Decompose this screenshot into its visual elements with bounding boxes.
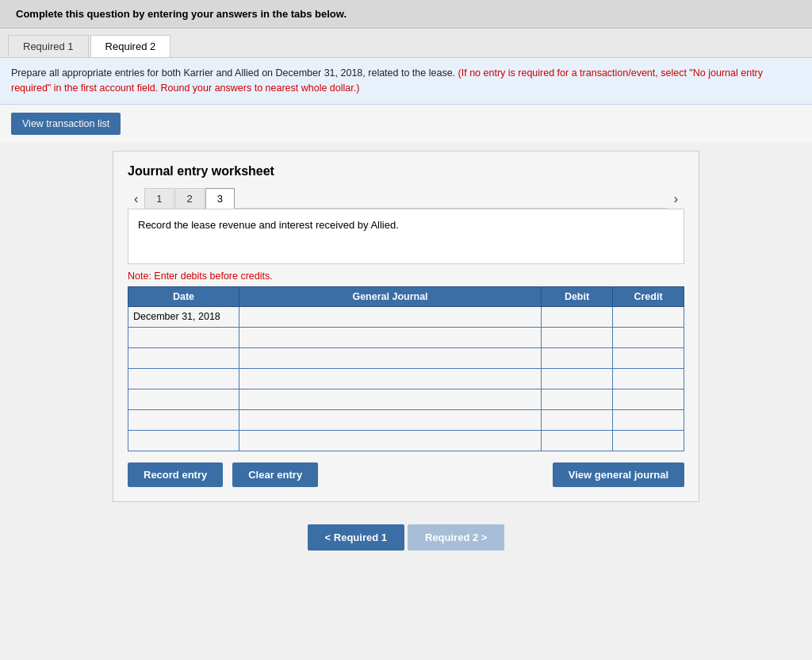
row-3-date	[128, 368, 239, 389]
row-5-debit-input[interactable]	[542, 410, 612, 430]
col-header-journal: General Journal	[239, 286, 542, 306]
row-1-credit[interactable]	[613, 327, 684, 347]
row-2-debit[interactable]	[542, 347, 613, 368]
row-4-date	[128, 389, 239, 409]
content-area: Prepare all appropriate entries for both…	[0, 58, 812, 660]
row-2-journal[interactable]	[239, 347, 542, 368]
col-header-debit: Debit	[542, 286, 613, 306]
row-1-journal[interactable]	[239, 327, 542, 347]
instruction-text: Complete this question by entering your …	[16, 8, 347, 20]
row-1-debit[interactable]	[542, 327, 613, 347]
row-0-journal[interactable]	[239, 306, 542, 327]
row-6-credit-input[interactable]	[613, 431, 684, 451]
ws-tab-1[interactable]: 1	[144, 188, 174, 209]
col-header-credit: Credit	[613, 286, 684, 306]
row-4-journal[interactable]	[239, 389, 542, 409]
prev-tab-button[interactable]: ‹	[128, 190, 144, 209]
description-box: Record the lease revenue and interest re…	[128, 209, 684, 264]
info-normal-text: Prepare all appropriate entries for both…	[11, 67, 455, 79]
view-transaction-button[interactable]: View transaction list	[11, 113, 121, 135]
row-5-journal[interactable]	[239, 409, 542, 430]
row-1-credit-input[interactable]	[613, 328, 684, 347]
view-general-journal-button[interactable]: View general journal	[553, 462, 684, 487]
col-header-date: Date	[128, 286, 239, 306]
row-2-credit-input[interactable]	[613, 348, 684, 368]
row-2-debit-input[interactable]	[542, 348, 612, 368]
row-4-credit[interactable]	[613, 389, 684, 409]
row-3-credit-input[interactable]	[613, 369, 684, 389]
table-row: December 31, 2018	[128, 306, 684, 327]
action-buttons: Record entry Clear entry View general jo…	[128, 462, 684, 487]
row-0-debit-input[interactable]	[542, 307, 612, 327]
next-tab-button[interactable]: ›	[668, 190, 684, 209]
row-5-credit-input[interactable]	[613, 410, 684, 430]
main-tab-row: Required 1 Required 2	[0, 29, 812, 58]
row-5-journal-input[interactable]	[239, 410, 541, 430]
bottom-nav: < Required 1 Required 2 >	[0, 510, 812, 566]
record-entry-button[interactable]: Record entry	[128, 462, 223, 487]
row-6-debit[interactable]	[542, 430, 613, 451]
row-0-credit-input[interactable]	[613, 307, 684, 327]
row-5-date	[128, 409, 239, 430]
next-required-button[interactable]: Required 2 >	[408, 524, 504, 551]
row-3-credit[interactable]	[613, 368, 684, 389]
clear-entry-button[interactable]: Clear entry	[232, 462, 318, 487]
row-6-debit-input[interactable]	[542, 431, 612, 451]
note-text: Note: Enter debits before credits.	[128, 271, 684, 282]
row-3-debit-input[interactable]	[542, 369, 612, 389]
prev-required-button[interactable]: < Required 1	[308, 524, 404, 551]
row-3-journal-input[interactable]	[239, 369, 541, 389]
worksheet-card: Journal entry worksheet ‹ 1 2 3 › Record…	[113, 151, 699, 502]
description-text: Record the lease revenue and interest re…	[138, 219, 399, 231]
row-1-date	[128, 327, 239, 347]
view-transaction-row: View transaction list	[0, 105, 812, 143]
table-row	[128, 347, 684, 368]
row-0-debit[interactable]	[542, 306, 613, 327]
worksheet-title: Journal entry worksheet	[128, 164, 684, 178]
row-4-journal-input[interactable]	[239, 389, 541, 409]
row-6-journal[interactable]	[239, 430, 542, 451]
row-0-credit[interactable]	[613, 306, 684, 327]
row-0-journal-input[interactable]	[239, 307, 541, 327]
row-6-journal-input[interactable]	[239, 431, 541, 451]
worksheet-tab-row: ‹ 1 2 3 ›	[128, 188, 684, 209]
row-4-debit[interactable]	[542, 389, 613, 409]
ws-tab-2[interactable]: 2	[175, 188, 205, 209]
row-4-debit-input[interactable]	[542, 389, 612, 409]
journal-table: Date General Journal Debit Credit	[128, 286, 684, 451]
row-1-journal-input[interactable]	[239, 328, 541, 347]
row-6-credit[interactable]	[613, 430, 684, 451]
tab-required1[interactable]: Required 1	[8, 35, 89, 57]
row-6-date	[128, 430, 239, 451]
table-row	[128, 368, 684, 389]
row-3-journal[interactable]	[239, 368, 542, 389]
row-1-debit-input[interactable]	[542, 328, 612, 347]
row-3-debit[interactable]	[542, 368, 613, 389]
table-row	[128, 327, 684, 347]
instruction-bar: Complete this question by entering your …	[0, 0, 812, 29]
table-row	[128, 430, 684, 451]
row-2-date	[128, 347, 239, 368]
table-row	[128, 389, 684, 409]
tab-required2[interactable]: Required 2	[90, 35, 171, 57]
row-5-debit[interactable]	[542, 409, 613, 430]
row-5-credit[interactable]	[613, 409, 684, 430]
row-2-journal-input[interactable]	[239, 348, 541, 368]
row-0-date: December 31, 2018	[128, 306, 239, 327]
info-box: Prepare all appropriate entries for both…	[0, 58, 812, 105]
row-4-credit-input[interactable]	[613, 389, 684, 409]
ws-tab-3[interactable]: 3	[205, 188, 235, 209]
table-row	[128, 409, 684, 430]
row-2-credit[interactable]	[613, 347, 684, 368]
